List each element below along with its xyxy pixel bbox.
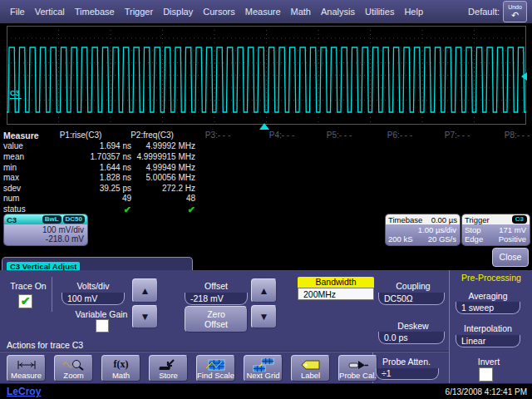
trigger-settings: Stop 171 mV Edge Positive — [462, 224, 530, 245]
measure-button[interactable]: Measure — [7, 355, 46, 382]
measure-p5-header[interactable]: P5:- - - — [309, 131, 369, 140]
deskew-field[interactable]: 0.0 ps — [378, 332, 445, 344]
zoom-button-label: Zoom — [63, 371, 83, 380]
label-button-label: Label — [301, 371, 320, 380]
down-arrow-icon: ▼ — [259, 311, 269, 323]
volts-div-down-button[interactable]: ▼ — [132, 305, 158, 328]
coupling-badge: DC50 — [63, 215, 85, 224]
measure-p2-header[interactable]: P2:freq(C3) — [111, 131, 194, 140]
trigger-descriptor[interactable]: Trigger C3 Stop 171 mV Edge Positive — [462, 214, 530, 245]
menu-utilities[interactable]: Utilities — [360, 7, 399, 17]
channel-c3-ground-marker[interactable]: C3 — [10, 89, 22, 99]
dialog-tab-strip: C3 Vertical Adjust Close — [0, 256, 532, 270]
channel-c3-settings: 100 mV/div -218.0 mV — [4, 224, 87, 245]
actions-label: Actions for trace C3 — [7, 340, 83, 350]
row-label-value: value — [3, 141, 23, 150]
measure-p6-header[interactable]: P6:- - - — [370, 131, 430, 140]
offset-label: Offset — [185, 281, 248, 291]
probe-atten-label: Probe Atten. — [372, 357, 441, 367]
invert-label: Invert — [464, 357, 514, 367]
measure-p3-header[interactable]: P3:- - - — [188, 131, 248, 140]
channel-c3-name: C3 — [7, 215, 17, 224]
timebase-descriptor[interactable]: Timebase 0.00 µs 1.00 µs/div 200 kS 20 G… — [386, 214, 460, 245]
zoom-button[interactable]: Zoom — [54, 355, 93, 382]
volts-div-field[interactable]: 100 mV — [62, 293, 125, 305]
next-grid-button-label: Next Grid — [246, 371, 279, 380]
trigger-level-marker-icon[interactable] — [521, 72, 527, 81]
p2-status-check-icon: ✔ — [112, 204, 195, 215]
variable-gain-label: Variable Gain — [68, 309, 135, 319]
trigger-time-marker-icon[interactable] — [259, 123, 269, 130]
measure-p8-header[interactable]: P8:- - - — [487, 131, 532, 140]
row-label-sdev: sdev — [3, 184, 21, 193]
invert-checkbox[interactable] — [479, 367, 493, 382]
zoom-magnifier-icon — [62, 358, 85, 371]
p2-value: 4.99992 MHz — [112, 141, 195, 150]
measure-p7-header[interactable]: P7:- - - — [427, 131, 487, 140]
oscilloscope-screen: File Vertical Timebase Trigger Display C… — [0, 0, 532, 399]
dialog-toolbar: Measure Zoom f(x) Math Store — [7, 355, 377, 382]
divider — [0, 351, 449, 352]
channel-c3-descriptor[interactable]: C3 BwL DC50 100 mV/div -218.0 mV — [4, 214, 87, 245]
waveform-grid[interactable]: C3 — [7, 26, 526, 125]
find-scale-button-label: Find Scale — [197, 371, 234, 380]
find-scale-button[interactable]: Find Scale — [196, 355, 235, 382]
preprocessing-heading: Pre-Processing — [453, 273, 530, 283]
measure-p1-header[interactable]: P1:rise(C3) — [39, 131, 122, 140]
probe-cal-icon — [347, 358, 369, 371]
row-label-min: min — [3, 163, 17, 172]
math-fx-icon: f(x) — [114, 358, 129, 371]
menu-display[interactable]: Display — [158, 7, 198, 17]
row-label-status: status — [3, 204, 26, 214]
menu-math[interactable]: Math — [286, 7, 316, 17]
menu-file[interactable]: File — [5, 7, 30, 17]
trigger-header: Trigger C3 — [462, 214, 530, 224]
interpolation-label: Interpolation — [456, 323, 520, 333]
menu-bar: File Vertical Timebase Trigger Display C… — [0, 0, 532, 23]
channel-c3-offset: -218.0 mV — [7, 234, 84, 244]
label-button[interactable]: Label — [291, 355, 330, 382]
timebase-header: Timebase 0.00 µs — [386, 214, 460, 224]
variable-gain-checkbox[interactable] — [96, 319, 109, 332]
menu-timebase[interactable]: Timebase — [70, 7, 120, 17]
status-bar: LeCroy 6/13/2008 4:12:41 PM — [0, 384, 532, 399]
probe-atten-field[interactable]: ÷1 — [376, 368, 439, 380]
menu-cursors[interactable]: Cursors — [198, 7, 240, 17]
trigger-mode: Stop — [465, 225, 481, 234]
coupling-field[interactable]: DC50Ω — [378, 293, 445, 305]
trigger-type: Edge — [465, 234, 483, 244]
menu-trigger[interactable]: Trigger — [120, 7, 158, 17]
scope-display: C3 Measure P1:rise(C3) P2:freq(C3) P3:- … — [0, 23, 532, 256]
down-arrow-icon: ▼ — [140, 311, 150, 323]
menu-analysis[interactable]: Analysis — [316, 7, 360, 17]
offset-down-button[interactable]: ▼ — [251, 305, 277, 328]
next-grid-button[interactable]: Next Grid — [244, 355, 283, 382]
store-button[interactable]: Store — [149, 355, 188, 382]
close-button[interactable]: Close — [492, 248, 529, 267]
menu-vertical[interactable]: Vertical — [30, 7, 70, 17]
timebase-settings: 1.00 µs/div 200 kS 20 GS/s — [386, 224, 460, 245]
probe-cal-button[interactable]: Probe Cal. — [338, 355, 377, 382]
undo-button[interactable]: Undo ↶ — [503, 1, 527, 22]
timebase-scale: 1.00 µs/div — [418, 225, 456, 234]
math-button[interactable]: f(x) Math — [101, 355, 140, 382]
trigger-source-badge: C3 — [512, 215, 527, 224]
menu-help[interactable]: Help — [399, 7, 428, 17]
trace-on-checkbox[interactable]: ✔ — [18, 294, 32, 308]
measure-p4-header[interactable]: P4:- - - — [252, 131, 312, 140]
averaging-field[interactable]: 1 sweep — [456, 302, 520, 314]
measure-button-label: Measure — [11, 371, 42, 380]
store-button-label: Store — [159, 371, 178, 380]
menu-measure[interactable]: Measure — [240, 7, 286, 17]
trigger-slope: Positive — [499, 234, 526, 244]
interpolation-field[interactable]: Linear — [456, 335, 520, 347]
check-icon: ✔ — [21, 295, 31, 307]
volts-div-up-button[interactable]: ▲ — [132, 278, 158, 303]
divider — [52, 277, 52, 312]
channel-c3-header: C3 BwL DC50 — [4, 214, 87, 224]
offset-field[interactable]: -218 mV — [185, 293, 248, 305]
bandwidth-field[interactable]: 200MHz — [298, 288, 374, 300]
tab-c3-vertical-adjust[interactable]: C3 Vertical Adjust — [2, 257, 193, 271]
zero-offset-button[interactable]: Zero Offset — [185, 306, 248, 332]
offset-up-button[interactable]: ▲ — [251, 278, 277, 303]
